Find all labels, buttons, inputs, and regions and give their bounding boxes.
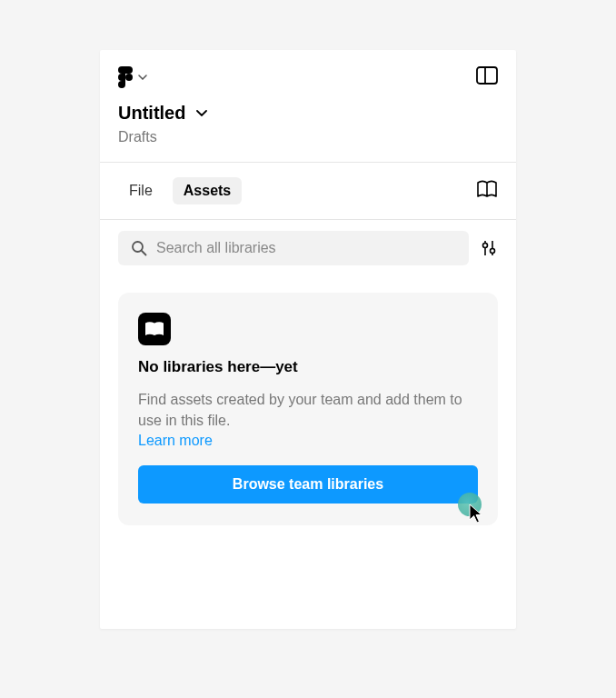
search-icon [131, 240, 147, 256]
assets-panel: Untitled Drafts File Assets Search all l… [100, 50, 516, 629]
panel-spacer [100, 547, 516, 629]
empty-state-description: Find assets created by your team and add… [138, 389, 478, 431]
file-title: Untitled [118, 103, 185, 124]
learn-more-link[interactable]: Learn more [138, 433, 213, 449]
svg-line-4 [142, 251, 146, 255]
browse-team-libraries-button[interactable]: Browse team libraries [138, 465, 478, 504]
file-name-dropdown[interactable]: Untitled [118, 103, 498, 124]
search-row: Search all libraries [100, 220, 516, 265]
search-placeholder: Search all libraries [156, 240, 276, 256]
chevron-down-icon [138, 75, 147, 80]
svg-point-6 [483, 244, 488, 248]
svg-rect-1 [477, 67, 497, 84]
tabs: File Assets [118, 177, 242, 204]
sidebar-icon [476, 66, 498, 85]
sliders-icon [480, 239, 498, 257]
library-button[interactable] [476, 180, 498, 202]
svg-point-0 [125, 74, 133, 81]
empty-state-card: No libraries here—yet Find assets create… [118, 293, 498, 525]
toggle-sidebar-button[interactable] [476, 66, 498, 88]
svg-point-8 [491, 249, 495, 254]
filter-button[interactable] [480, 239, 498, 257]
app-menu[interactable] [118, 66, 147, 88]
tab-file[interactable]: File [118, 177, 164, 204]
card-icon-wrap [138, 313, 171, 345]
cursor-arrow-icon [469, 504, 485, 524]
title-section: Untitled Drafts [100, 88, 516, 162]
file-location: Drafts [118, 129, 498, 145]
empty-state-title: No libraries here—yet [138, 358, 478, 376]
top-bar [100, 50, 516, 88]
svg-point-3 [133, 242, 143, 252]
tab-assets[interactable]: Assets [173, 177, 242, 204]
chevron-down-icon [196, 110, 207, 116]
book-icon [476, 180, 498, 198]
figma-logo-icon [118, 66, 133, 88]
book-icon [144, 321, 164, 337]
tabs-row: File Assets [100, 163, 516, 219]
search-input[interactable]: Search all libraries [118, 231, 469, 265]
